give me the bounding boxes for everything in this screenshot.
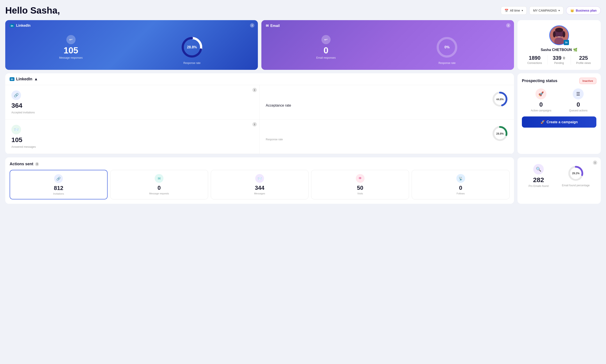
email-responses-value: 0 <box>316 46 336 55</box>
linkedin-card-title: LinkedIn <box>16 24 31 27</box>
create-campaign-label: Create a campaign <box>547 120 578 124</box>
pro-emails-stat: 🔍 282 Pro Emails found <box>528 164 548 188</box>
rocket-small-icon: 🚀 <box>540 120 545 124</box>
queued-actions-stat: ☰ 0 Queued actions <box>569 89 587 112</box>
queued-actions-value: 0 <box>569 101 587 108</box>
prospecting-title: Prospecting status <box>522 78 557 83</box>
message-request-icon: ✉ <box>155 174 163 183</box>
business-plan-btn[interactable]: 👑 Business plan <box>566 6 601 15</box>
pro-emails-label: Pro Emails found <box>528 184 548 188</box>
svg-point-11 <box>563 31 565 38</box>
linkedin-rate-value: 28.8% <box>187 45 197 49</box>
email-pct-donut: 29.2% <box>567 165 585 182</box>
connections-stat: 1890 Connections <box>527 55 542 65</box>
connections-label: Connections <box>527 62 542 65</box>
linkedin-card: in LinkedIn ℹ ↩ 105 Message responses 28… <box>5 20 258 70</box>
inactive-badge: Inactive <box>579 78 596 84</box>
invitation-icon: 🔗 <box>54 174 63 183</box>
trash-icon[interactable]: 🗑 <box>562 56 566 60</box>
email-responses-block: ↩ 0 Email responses <box>316 35 336 59</box>
follows-action[interactable]: 📡 0 Follows <box>412 170 510 199</box>
email-card-header: ✉ Email <box>266 24 280 28</box>
messages-label: Messages <box>214 192 306 195</box>
time-filter-label: All time <box>510 9 520 12</box>
response-rate-label: Response rate <box>266 138 283 141</box>
invitations-info-btn[interactable]: ℹ <box>252 88 257 92</box>
top-bar: Hello Sasha, 📅 All time ▾ MY CAMPAIGNS ▾… <box>5 5 601 16</box>
bottom-grid: Actions sent ℹ 🔗 812 Invitations ✉ 0 Mes… <box>5 157 601 204</box>
email-percentage-stat: 29.2% Email found percentage <box>562 165 590 187</box>
pending-stat: 339 🗑 Pending <box>553 55 566 65</box>
leaf-icon: 🌿 <box>573 48 578 52</box>
messages-icon: 📨 <box>255 174 264 183</box>
response-donut: 28.8% <box>491 125 509 143</box>
email-icon: ✉ <box>266 24 269 28</box>
message-requests-label: Message requests <box>113 192 205 195</box>
actions-info-icon[interactable]: ℹ <box>35 162 39 166</box>
visits-label: Visits <box>314 192 406 195</box>
email-pct-label: Email found percentage <box>562 184 590 187</box>
invitations-stat-cell: ℹ 🔗 364 Accepted invitations <box>5 85 260 119</box>
acceptance-donut: 44.8% <box>491 91 509 109</box>
answered-label: Answered messages <box>11 145 36 148</box>
email-rate-label: Response rate <box>438 62 456 65</box>
create-campaign-btn[interactable]: 🚀 Create a campaign <box>522 117 596 128</box>
campaigns-filter-btn[interactable]: MY CAMPAIGNS ▾ <box>529 6 564 15</box>
linkedin-logo-small: in <box>10 77 14 81</box>
linkedin-stats-row: ℹ 🔗 364 Accepted invitations 44.8% Accep… <box>5 85 514 154</box>
email-pct-value: 29.2% <box>572 172 579 175</box>
message-requests-value: 0 <box>113 184 205 191</box>
email-responses-label: Email responses <box>316 56 336 59</box>
invitations-action-label: Invitations <box>13 192 105 195</box>
actions-grid: 🔗 812 Invitations ✉ 0 Message requests 📨… <box>10 170 510 199</box>
email-info-btn[interactable]: ℹ <box>506 23 511 27</box>
acceptance-rate-value: 44.8% <box>496 98 504 101</box>
middle-grid: in LinkedIn ▲ ℹ 🔗 364 Accepted invitatio… <box>5 73 601 154</box>
time-filter-btn[interactable]: 📅 All time ▾ <box>501 6 527 15</box>
invitations-action[interactable]: 🔗 812 Invitations <box>10 170 108 199</box>
active-campaigns-value: 0 <box>531 101 551 108</box>
message-requests-action[interactable]: ✉ 0 Message requests <box>110 170 208 199</box>
messages-value: 344 <box>214 184 306 191</box>
linkedin-logo: in <box>10 24 14 27</box>
email-card-title: Email <box>270 24 280 28</box>
svg-point-10 <box>553 31 556 38</box>
pending-value: 339 🗑 <box>553 55 566 61</box>
follows-icon: 📡 <box>456 174 465 183</box>
rocket-icon: 🚀 <box>536 89 546 99</box>
linkedin-section-header: in LinkedIn ▲ <box>5 73 514 85</box>
actions-title: Actions sent <box>10 162 33 166</box>
messages-action[interactable]: 📨 344 Messages <box>211 170 309 199</box>
active-campaigns-stat: 🚀 0 Active campaigns <box>531 89 551 112</box>
invitations-label: Accepted invitations <box>11 111 35 114</box>
email-reply-icon: ↩ <box>321 35 331 44</box>
email-rate-donut: 0% Response rate <box>435 35 459 59</box>
invitations-value: 364 <box>11 102 22 109</box>
connections-value: 1890 <box>527 55 542 61</box>
visits-action[interactable]: 👁 50 Visits <box>311 170 409 199</box>
profile-views-stat: 225 Profile views <box>576 55 591 65</box>
linkedin-responses-value: 105 <box>59 46 83 55</box>
email-card: ✉ Email ℹ ↩ 0 Email responses 0% Respons… <box>261 20 514 70</box>
visits-icon: 👁 <box>356 174 364 183</box>
business-plan-label: Business plan <box>576 9 597 12</box>
divider <box>571 55 571 65</box>
prospecting-card: Prospecting status Inactive 🚀 0 Active c… <box>517 73 601 154</box>
profile-card: in Sasha CHETBOUN 🌿 1890 Connections 339… <box>517 20 601 70</box>
profile-name: Sasha CHETBOUN 🌿 <box>541 48 578 52</box>
answered-info-btn[interactable]: ℹ <box>252 122 257 127</box>
linkedin-rate-label: Response rate <box>183 62 201 65</box>
chevron-up-icon: ▲ <box>34 77 38 81</box>
email-rate-value: 0% <box>444 45 450 49</box>
profile-stats: 1890 Connections 339 🗑 Pending 225 Profi… <box>523 55 595 65</box>
email-found-info-btn[interactable]: ℹ <box>593 160 597 165</box>
linkedin-section-title: LinkedIn <box>16 77 32 81</box>
crown-icon: 👑 <box>570 9 574 12</box>
linkedin-badge: in <box>564 40 569 45</box>
greeting: Hello Sasha, <box>5 5 60 16</box>
linkedin-responses-label: Message responses <box>59 56 83 59</box>
invitations-action-value: 812 <box>13 185 105 192</box>
linkedin-info-btn[interactable]: ℹ <box>250 23 254 27</box>
divider <box>547 55 548 65</box>
linkedin-card-header: in LinkedIn <box>10 24 30 27</box>
